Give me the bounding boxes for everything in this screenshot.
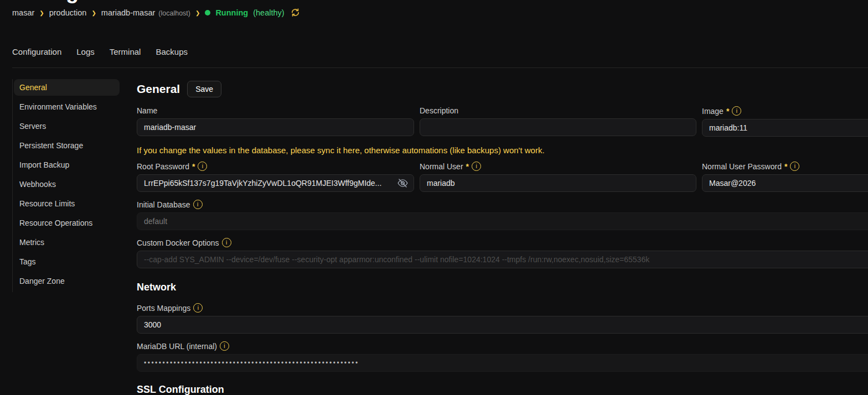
- eye-slash-icon[interactable]: [397, 178, 409, 189]
- info-icon[interactable]: i: [193, 303, 203, 313]
- settings-sidebar: General Environment Variables Servers Pe…: [12, 79, 120, 292]
- page-title-clipped: Configuration: [12, 0, 245, 6]
- info-icon[interactable]: i: [220, 341, 229, 351]
- sidebar-item-metrics[interactable]: Metrics: [14, 234, 120, 251]
- mariadb-url-label: MariaDB URL (internal) i: [137, 341, 868, 351]
- section-title-network: Network: [137, 282, 868, 293]
- normal-user-password-input[interactable]: [702, 174, 868, 192]
- initial-database-input: [137, 212, 868, 230]
- sidebar-item-general[interactable]: General: [14, 79, 120, 96]
- save-button[interactable]: Save: [187, 81, 221, 97]
- tab-bar: Configuration Logs Terminal Backups: [12, 47, 188, 56]
- required-marker: *: [784, 162, 787, 171]
- tab-logs[interactable]: Logs: [76, 47, 95, 56]
- description-input[interactable]: [420, 118, 696, 136]
- normal-user-label: Normal User * i: [420, 162, 696, 171]
- database-configuration-screen: Configuration masar ❯ production ❯ maria…: [0, 0, 868, 395]
- sidebar-item-import-backup[interactable]: Import Backup: [14, 157, 120, 173]
- sidebar-item-persistent-storage[interactable]: Persistent Storage: [14, 137, 120, 154]
- status-label: Running: [215, 8, 248, 17]
- sidebar-item-tags[interactable]: Tags: [14, 253, 120, 270]
- custom-docker-options-label: Custom Docker Options i: [137, 238, 868, 247]
- breadcrumb-environment[interactable]: production: [49, 8, 87, 17]
- tab-terminal[interactable]: Terminal: [110, 47, 141, 56]
- info-icon[interactable]: i: [222, 238, 231, 247]
- breadcrumb-resource[interactable]: mariadb-masar (localhost): [101, 8, 190, 17]
- description-label: Description: [420, 106, 696, 115]
- tab-configuration[interactable]: Configuration: [12, 47, 61, 56]
- info-icon[interactable]: i: [790, 162, 799, 171]
- sidebar-item-resource-limits[interactable]: Resource Limits: [14, 195, 120, 212]
- chevron-right-icon: ❯: [39, 10, 44, 16]
- info-icon[interactable]: i: [198, 162, 207, 171]
- section-title-general: General: [137, 82, 180, 96]
- image-input[interactable]: [702, 119, 868, 137]
- required-marker: *: [466, 162, 469, 171]
- custom-docker-options-input[interactable]: [137, 251, 868, 268]
- ports-mappings-input[interactable]: [137, 316, 868, 334]
- sidebar-item-servers[interactable]: Servers: [14, 118, 120, 134]
- info-icon[interactable]: i: [732, 106, 741, 116]
- section-title-ssl: SSL Configuration: [137, 384, 868, 395]
- mariadb-url-input[interactable]: [137, 354, 868, 372]
- page-title: Configuration: [12, 0, 245, 3]
- breadcrumb-resource-name: mariadb-masar: [101, 8, 156, 17]
- sidebar-item-webhooks[interactable]: Webhooks: [14, 176, 120, 193]
- image-label: Image * i: [702, 106, 868, 116]
- ports-mappings-label: Ports Mappings i: [137, 303, 868, 313]
- sidebar-item-resource-operations[interactable]: Resource Operations: [14, 215, 120, 231]
- breadcrumb: masar ❯ production ❯ mariadb-masar (loca…: [12, 8, 300, 17]
- initial-database-label: Initial Database i: [137, 200, 868, 209]
- info-icon[interactable]: i: [193, 200, 203, 209]
- status-dot-icon: [205, 10, 210, 15]
- required-marker: *: [192, 162, 195, 171]
- chevron-right-icon: ❯: [91, 10, 96, 16]
- sync-warning-text: If you change the values in the database…: [137, 145, 868, 155]
- status-health-label: (healthy): [253, 8, 284, 17]
- normal-user-input[interactable]: [420, 174, 696, 192]
- normal-user-password-label: Normal User Password * i: [702, 162, 868, 171]
- breadcrumb-project[interactable]: masar: [12, 8, 34, 17]
- root-password-label: Root Password * i: [137, 162, 414, 171]
- breadcrumb-resource-host: (localhost): [158, 9, 190, 17]
- divider: [12, 67, 868, 68]
- tab-backups[interactable]: Backups: [156, 47, 188, 56]
- root-password-input[interactable]: [137, 174, 414, 192]
- sidebar-item-danger-zone[interactable]: Danger Zone: [14, 273, 120, 289]
- name-label: Name: [137, 106, 414, 115]
- required-marker: *: [726, 107, 729, 116]
- general-settings-panel: General Save Name Description Image *: [137, 80, 868, 395]
- name-input[interactable]: [137, 118, 414, 136]
- sidebar-item-environment-variables[interactable]: Environment Variables: [14, 98, 120, 115]
- info-icon[interactable]: i: [472, 162, 481, 171]
- chevron-right-icon: ❯: [195, 10, 200, 16]
- refresh-status-icon[interactable]: [291, 8, 300, 17]
